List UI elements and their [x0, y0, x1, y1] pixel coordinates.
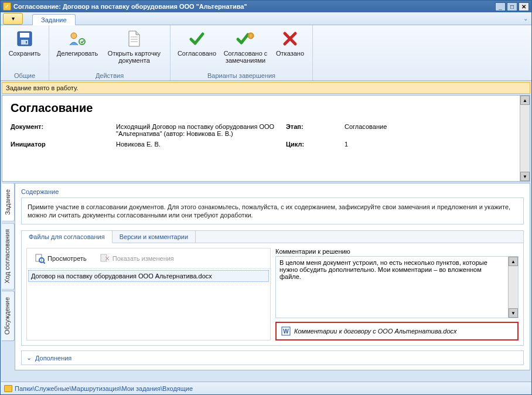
file-item[interactable]: Договор на поставку оборудования ООО Аль… — [28, 270, 269, 282]
cross-icon — [282, 30, 298, 47]
svg-text:!: ! — [250, 33, 251, 39]
scrollbar[interactable]: ▲ ▼ — [508, 257, 518, 318]
minimize-button[interactable]: _ — [495, 2, 506, 11]
svg-point-5 — [79, 39, 85, 45]
ribbon: Сохранить Общие Делегировать Открыть кар… — [1, 25, 531, 81]
check-icon — [188, 30, 206, 47]
inner-tabs: Файлы для согласования Версии и коммента… — [21, 230, 524, 346]
side-tabs: Задание Ход согласования Обсуждение — [2, 183, 15, 370]
attachment-row[interactable]: W Комментарии к договору с ООО Альтернат… — [275, 322, 519, 340]
ribbon-tab-strip: Задание — [32, 12, 76, 25]
titlebar: ✓ Согласование: Договор на поставку обор… — [1, 1, 531, 12]
word-icon: W — [281, 326, 291, 336]
changes-icon — [100, 253, 110, 264]
scrollbar[interactable]: ▲ ▼ — [520, 96, 530, 181]
window-title: Согласование: Договор на поставку оборуд… — [13, 3, 247, 10]
scroll-down-icon[interactable]: ▼ — [520, 172, 530, 181]
comments-label: Комментарии к решению — [275, 248, 519, 255]
ribbon-group-title: Действия — [96, 71, 124, 79]
svg-point-4 — [71, 33, 77, 39]
delegate-button[interactable]: Делегировать — [53, 28, 102, 58]
addendum-expander[interactable]: ⌄ Дополнения — [21, 350, 524, 365]
page-title: Согласование — [11, 101, 511, 115]
side-tab-discussion[interactable]: Обсуждение — [2, 291, 15, 341]
show-changes-button: Показать изменения — [94, 251, 179, 266]
ribbon-group-actions: Делегировать Открыть карточку документа … — [49, 25, 170, 80]
stage-label: Этап: — [286, 123, 345, 137]
view-file-button[interactable]: Просмотреть — [29, 251, 92, 266]
main-panel: Содержание Примите участие в согласовани… — [15, 183, 530, 370]
scroll-up-icon[interactable]: ▲ — [509, 257, 518, 266]
comments-textarea[interactable]: В целом меня документ устроил, но есть н… — [275, 256, 519, 318]
statusbar: Папки\Служебные\Маршрутизация\Мои задани… — [1, 382, 531, 394]
cycle-value: 1 — [345, 141, 511, 148]
ribbon-group-title: Варианты завершения — [207, 71, 275, 79]
inner-tab-files[interactable]: Файлы для согласования — [22, 231, 112, 243]
magnifier-icon — [35, 253, 45, 264]
check-notes-icon: ! — [236, 30, 255, 47]
ribbon-group-title: Общие — [14, 71, 35, 79]
status-message: Задание взято в работу. — [2, 82, 530, 94]
document-icon — [127, 30, 142, 47]
svg-rect-1 — [20, 33, 29, 38]
content-label: Содержание — [21, 188, 524, 195]
attachment-name: Комментарии к договору с ООО Альтернатив… — [294, 328, 457, 335]
svg-text:W: W — [283, 328, 289, 335]
inner-tab-versions[interactable]: Версии и комментарии — [112, 231, 196, 243]
maximize-button[interactable]: □ — [507, 2, 517, 11]
initiator-label: Инициатор — [11, 141, 116, 148]
refused-button[interactable]: Отказано — [271, 28, 309, 58]
instruction-text: Примите участие в согласовании документо… — [21, 198, 524, 224]
quick-menu-button[interactable]: ▾ — [3, 13, 23, 25]
cycle-label: Цикл: — [286, 141, 345, 148]
files-list-panel: Просмотреть Показать изменения Договор н… — [26, 248, 271, 340]
svg-rect-2 — [21, 40, 28, 45]
ribbon-collapse-icon[interactable]: ⌄ — [523, 15, 528, 22]
comments-panel: Комментарии к решению В целом меня докум… — [275, 248, 519, 340]
svg-rect-3 — [26, 41, 27, 43]
scroll-up-icon[interactable]: ▲ — [520, 96, 530, 105]
agreed-button[interactable]: Согласовано — [174, 28, 220, 58]
open-card-button[interactable]: Открыть карточку документа — [102, 28, 166, 65]
delegate-icon — [68, 30, 87, 47]
save-icon — [16, 30, 33, 47]
close-button[interactable]: ✕ — [519, 2, 529, 11]
quick-access-bar: ▾ Задание ⌄ — [1, 12, 531, 25]
stage-value: Согласование — [345, 123, 511, 137]
scroll-down-icon[interactable]: ▼ — [509, 308, 518, 318]
app-icon: ✓ — [3, 2, 11, 11]
ribbon-group-common: Сохранить Общие — [1, 25, 49, 80]
tabs-panel: Задание Ход согласования Обсуждение Соде… — [2, 183, 530, 370]
document-value: Исходящий Договор на поставку оборудован… — [116, 123, 286, 137]
initiator-value: Новикова Е. В. — [116, 141, 286, 148]
tab-task[interactable]: Задание — [32, 14, 76, 25]
folder-icon — [4, 385, 12, 392]
svg-line-13 — [43, 262, 45, 264]
agreed-notes-button[interactable]: ! Согласовано с замечаниями — [220, 28, 271, 65]
side-tab-task[interactable]: Задание — [2, 183, 15, 222]
save-button[interactable]: Сохранить — [4, 28, 45, 58]
ribbon-group-complete: Согласовано ! Согласовано с замечаниями … — [170, 25, 313, 80]
side-tab-progress[interactable]: Ход согласования — [2, 223, 15, 290]
chevron-down-icon: ⌄ — [26, 354, 32, 362]
breadcrumb[interactable]: Папки\Служебные\Маршрутизация\Мои задани… — [15, 385, 193, 392]
document-label: Документ: — [11, 123, 116, 137]
header-panel: Согласование Документ: Исходящий Договор… — [2, 95, 530, 182]
